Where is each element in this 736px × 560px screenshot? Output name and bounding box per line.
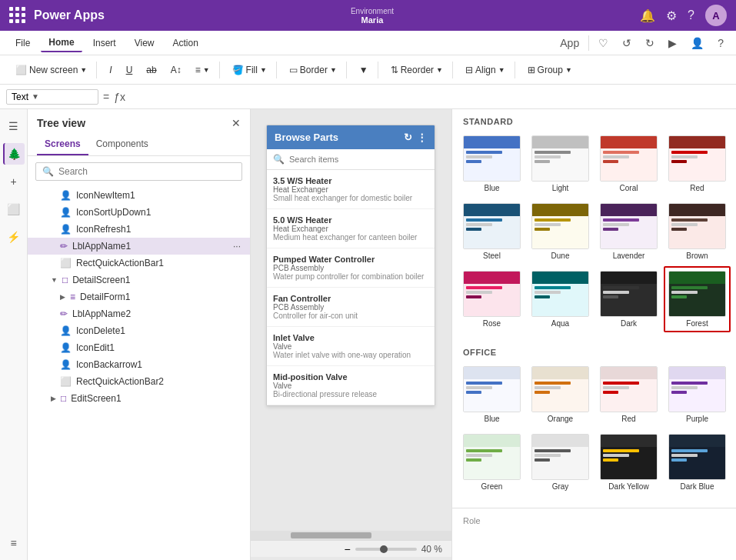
list-item[interactable]: ▶ ≡ DetailForm1 [28,288,250,305]
fill-button[interactable]: 🪣 Fill ▼ [226,62,273,78]
share-icon[interactable]: 👤 [686,35,708,52]
formula-selector-value: Text [12,92,28,102]
browse-item-5[interactable]: Inlet Valve Valve Water inlet valve with… [267,327,435,366]
zoom-minus-button[interactable]: − [344,543,350,555]
help-menu-icon[interactable]: ? [713,35,728,52]
theme-item-light[interactable]: Light [527,131,594,197]
list-item[interactable]: ✏ LblAppName2 [28,305,250,322]
reorder-button[interactable]: ⇅ Reorder ▼ [385,62,449,78]
app-grid-icon[interactable] [9,7,26,24]
activity-settings-icon[interactable]: ≡ [3,532,25,554]
activity-menu-icon[interactable]: ☰ [3,115,25,137]
theme-item-orange[interactable]: Orange [527,362,594,428]
expand-arrow-icon[interactable]: ▶ [51,395,56,402]
theme-item-blue[interactable]: Blue [458,131,525,197]
strikethrough-button[interactable]: ab [140,62,162,78]
zoom-slider-thumb[interactable] [380,545,388,553]
menu-action[interactable]: Action [165,35,206,52]
border-button[interactable]: ▭ Border ▼ [283,62,343,78]
theme-item-dune[interactable]: Dune [527,198,594,265]
theme-item-dark-yellow[interactable]: Dark Yellow [595,429,662,495]
settings-icon[interactable]: ⚙ [666,8,677,23]
browse-item-3[interactable]: Pumped Water Controller PCB Assembly Wat… [267,248,435,288]
top-bar: Power Apps Environment Maria 🔔 ⚙ ? A [0,0,736,31]
heart-icon[interactable]: ♡ [594,35,613,52]
help-icon[interactable]: ? [688,8,694,22]
formula-selector[interactable]: Text ▼ [6,89,98,105]
italic-button[interactable]: I [103,62,118,78]
more-icon[interactable]: ⋮ [417,132,427,143]
theme-item-coral[interactable]: Coral [595,131,662,197]
browse-item-4[interactable]: Fan Controller PCB Assembly Controller f… [267,288,435,327]
menu-home[interactable]: Home [41,34,82,52]
theme-item-blue[interactable]: Blue [458,362,525,428]
zoom-level: 40 % [421,544,442,555]
activity-tablet-icon[interactable]: ⬜ [3,198,25,220]
activity-data-icon[interactable]: ⚡ [3,226,25,248]
browse-screen[interactable]: Browse Parts ↻ ⋮ 🔍 3.5 W/S Heater Heat E… [266,125,435,406]
activity-add-icon[interactable]: + [3,171,25,192]
dropdown-expand-button[interactable]: ▼ [353,62,375,78]
group-button[interactable]: ⊞ Group ▼ [521,62,578,78]
horizontal-scrollbar[interactable] [251,531,451,540]
list-item[interactable]: 👤 IconRefresh1 [28,221,250,238]
font-size-button[interactable]: A↕ [165,62,188,78]
menu-file[interactable]: File [8,35,38,52]
browse-item-1[interactable]: 3.5 W/S Heater Heat Exchanger Small heat… [267,170,435,209]
redo-icon[interactable]: ↻ [641,35,659,52]
list-item[interactable]: 👤 IconNewItem1 [28,187,250,204]
expand-arrow-icon[interactable]: ▼ [51,276,58,284]
browse-item-6[interactable]: Mid-position Valve Valve Bi-directional … [267,366,435,405]
scrollbar-thumb[interactable] [291,532,371,538]
tree-tab-components[interactable]: Components [88,134,156,155]
list-item[interactable]: ⬜ RectQuickActionBar2 [28,373,250,390]
theme-item-forest[interactable]: Forest [664,266,731,332]
activity-treeview-icon[interactable]: 🌲 [3,143,25,165]
list-item[interactable]: 👤 IconEdit1 [28,339,250,356]
underline-button[interactable]: U [120,62,139,78]
theme-item-gray[interactable]: Gray [527,429,594,495]
tree-close-button[interactable]: ✕ [231,117,241,129]
menu-insert[interactable]: Insert [85,35,124,52]
menu-view[interactable]: View [127,35,162,52]
formula-fx-button[interactable]: ƒx [114,91,125,103]
tree-item-more-button[interactable]: ··· [233,241,241,252]
browse-item-2[interactable]: 5.0 W/S Heater Heat Exchanger Medium hea… [267,209,435,248]
theme-item-red[interactable]: Red [595,362,662,428]
theme-item-steel[interactable]: Steel [458,198,525,265]
theme-item-label: Light [552,184,569,192]
expand-arrow-icon[interactable]: ▶ [60,293,65,301]
new-screen-button[interactable]: ⬜ New screen ▼ [9,62,93,78]
list-item[interactable]: 👤 IconDelete1 [28,322,250,339]
align-button[interactable]: ≡ ▼ [189,62,216,78]
list-item[interactable]: 👤 IconBackarrow1 [28,356,250,373]
theme-item-brown[interactable]: Brown [664,198,731,265]
tree-tab-screens[interactable]: Screens [37,134,88,155]
avatar[interactable]: A [705,5,727,26]
theme-preview-header [464,367,520,379]
theme-item-green[interactable]: Green [458,429,525,495]
formula-input[interactable]: "Browse Parts" [130,91,730,102]
theme-item-purple[interactable]: Purple [664,362,731,428]
list-item[interactable]: ▼ □ DetailScreen1 [28,272,250,288]
browse-search-input[interactable] [289,155,428,164]
list-item[interactable]: ⬜ RectQuickActionBar1 [28,255,250,272]
theme-item-dark[interactable]: Dark [595,266,662,332]
play-icon[interactable]: ▶ [664,35,681,52]
list-item[interactable]: ▶ □ EditScreen1 [28,390,250,407]
tree-search-input[interactable] [58,166,235,177]
theme-item-label: Rose [483,319,501,328]
theme-preview-line [535,454,561,457]
refresh-icon[interactable]: ↻ [404,132,412,143]
list-item[interactable]: 👤 IconSortUpDown1 [28,204,250,221]
align-obj-button[interactable]: ⊟ Align ▼ [459,62,511,78]
theme-item-rose[interactable]: Rose [458,266,525,332]
theme-item-lavender[interactable]: Lavender [595,198,662,265]
theme-item-red[interactable]: Red [664,131,731,197]
theme-item-dark-blue[interactable]: Dark Blue [664,429,731,495]
zoom-slider[interactable] [355,548,417,551]
theme-item-aqua[interactable]: Aqua [527,266,594,332]
list-item-selected[interactable]: ✏ LblAppName1 ··· [28,238,250,255]
undo-icon[interactable]: ↺ [618,35,636,52]
notification-icon[interactable]: 🔔 [640,8,655,23]
